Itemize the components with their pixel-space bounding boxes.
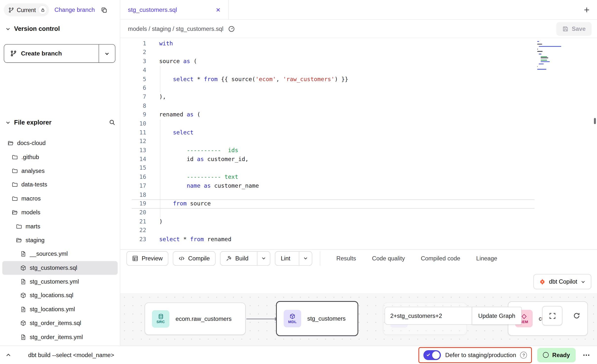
dbt-command-text[interactable]: dbt build --select <model_name> [28, 351, 114, 358]
lint-button[interactable]: Lint [276, 251, 296, 265]
file-explorer-header[interactable]: File explorer [5, 119, 115, 126]
lint-menu-button[interactable] [299, 251, 312, 265]
code-line[interactable]: select * from renamed [159, 235, 532, 244]
file-tree-item-docs-cloud[interactable]: docs-cloud [2, 136, 118, 150]
file-icon [20, 251, 26, 257]
tab-stg-customers[interactable]: stg_customers.sql [120, 0, 229, 19]
tab-results[interactable]: Results [336, 250, 356, 267]
editor-scrollbar[interactable] [594, 118, 596, 124]
file-tree-item-stg-locations-yml[interactable]: stg_locations.yml [2, 302, 118, 316]
file-tree-item-stg-order-items-yml[interactable]: stg_order_items.yml [2, 330, 118, 344]
tab-lineage[interactable]: Lineage [476, 250, 497, 267]
minimap-line [541, 61, 550, 62]
defer-toggle-group: Defer to staging/production ? [419, 347, 532, 363]
status-badge[interactable]: Ready [537, 348, 576, 362]
build-menu-button[interactable] [257, 251, 270, 265]
version-control-header[interactable]: Version control [5, 25, 115, 32]
file-name: stg_order_items.sql [30, 320, 81, 327]
code-line[interactable]: renamed as ( [159, 110, 532, 119]
graph-selector-input[interactable] [385, 307, 472, 325]
code-line[interactable]: name as customer_name [159, 182, 532, 191]
code-line[interactable]: id as customer_id, [159, 155, 532, 164]
tab-code-quality[interactable]: Code quality [372, 250, 405, 267]
app-window: Current Change branch Version control Cr [0, 0, 597, 364]
gauge-icon[interactable] [228, 25, 235, 32]
compile-button[interactable]: Compile [173, 251, 216, 266]
code-line[interactable] [159, 119, 532, 128]
dbt-copilot-logo-icon [539, 278, 545, 285]
code-line[interactable] [159, 208, 532, 217]
line-number: 12 [120, 137, 146, 146]
close-tab-icon[interactable] [216, 7, 221, 13]
line-number: 7 [120, 93, 146, 102]
code-line[interactable]: select [159, 128, 532, 137]
chevron-down-icon [104, 51, 110, 56]
file-tree-item-analyses[interactable]: analyses [2, 164, 118, 178]
file-tree-item--sources-yml[interactable]: __sources.yml [2, 247, 118, 261]
code-line[interactable] [159, 84, 532, 92]
dbt-copilot-button[interactable]: dbt Copilot [533, 274, 591, 289]
code-line[interactable] [159, 102, 532, 110]
help-icon[interactable]: ? [520, 351, 527, 358]
code-line[interactable] [159, 191, 532, 200]
build-button[interactable]: Build [221, 251, 254, 265]
fullscreen-button[interactable] [542, 306, 562, 326]
file-name: stg_locations.sql [30, 292, 73, 299]
code-icon [179, 255, 185, 261]
search-icon[interactable] [109, 119, 115, 126]
current-branch-pill[interactable]: Current [4, 3, 49, 16]
code-line[interactable] [159, 226, 532, 235]
line-number: 20 [120, 208, 146, 217]
file-tree-item-staging[interactable]: staging [2, 233, 118, 247]
file-tree-item-marts[interactable]: marts [2, 219, 118, 233]
code-line[interactable] [159, 66, 532, 75]
minimap-line [539, 64, 544, 64]
new-tab-button[interactable] [583, 6, 590, 13]
file-tree-item-macros[interactable]: macros [2, 192, 118, 205]
file-tree-item-stg-customers-sql[interactable]: stg_customers.sql [2, 261, 118, 275]
file-tree: docs-cloud.githubanalysesdata-testsmacro… [0, 136, 120, 346]
tab-compiled-code[interactable]: Compiled code [421, 250, 460, 267]
code-line[interactable] [159, 137, 532, 146]
line-number: 16 [120, 173, 146, 182]
file-tree-item-stg-customers-yml[interactable]: stg_customers.yml [2, 275, 118, 289]
create-branch-button[interactable]: Create branch [4, 44, 115, 63]
preview-button[interactable]: Preview [126, 251, 168, 266]
code-line[interactable]: select * from {{ source('ecom', 'raw_cus… [159, 75, 532, 84]
code-line[interactable]: ) [159, 217, 532, 226]
create-branch-menu-button[interactable] [99, 45, 115, 63]
code-line[interactable] [159, 164, 532, 173]
change-branch-link[interactable]: Change branch [55, 6, 95, 13]
more-options-button[interactable] [581, 350, 592, 360]
lineage-canvas[interactable]: MDL customers SEM cus SRC ecom.raw_custo… [120, 293, 597, 346]
lineage-node-model[interactable]: MDL stg_customers [276, 301, 358, 336]
save-icon [562, 26, 568, 32]
code-line[interactable]: ), [159, 93, 532, 102]
copy-icon[interactable] [101, 7, 107, 13]
sidebar: Current Change branch Version control Cr [0, 0, 120, 346]
defer-label: Defer to staging/production [445, 351, 516, 358]
minimap[interactable] [537, 41, 565, 70]
code-line[interactable]: with [159, 39, 532, 48]
file-name: staging [25, 237, 44, 244]
code-editor[interactable]: 1234567891011121314151617181920212223 wi… [120, 38, 597, 249]
defer-toggle[interactable] [424, 350, 441, 360]
file-tree-item-stg-order-items-sql[interactable]: stg_order_items.sql [2, 316, 118, 330]
refresh-button[interactable] [567, 306, 586, 326]
code-line[interactable] [159, 48, 532, 57]
chevron-down-icon [581, 279, 586, 284]
code-line[interactable]: from source [159, 200, 532, 208]
file-tree-item-models[interactable]: models [2, 205, 118, 219]
file-tree-item-data-tests[interactable]: data-tests [2, 178, 118, 192]
file-tree-item--github[interactable]: .github [2, 150, 118, 164]
update-graph-button[interactable]: Update Graph [472, 307, 522, 325]
chevron-up-icon[interactable] [5, 352, 12, 358]
code-line[interactable]: ---------- text [159, 173, 532, 182]
lineage-node-source[interactable]: SRC ecom.raw_customers [145, 303, 245, 335]
code-line[interactable]: ---------- ids [159, 146, 532, 155]
model-badge-icon: MDL [284, 310, 301, 327]
file-tree-item-stg-locations-sql[interactable]: stg_locations.sql [2, 289, 118, 302]
code-line[interactable]: source as ( [159, 57, 532, 66]
save-button[interactable]: Save [556, 22, 592, 36]
chevron-down-icon [5, 26, 11, 32]
